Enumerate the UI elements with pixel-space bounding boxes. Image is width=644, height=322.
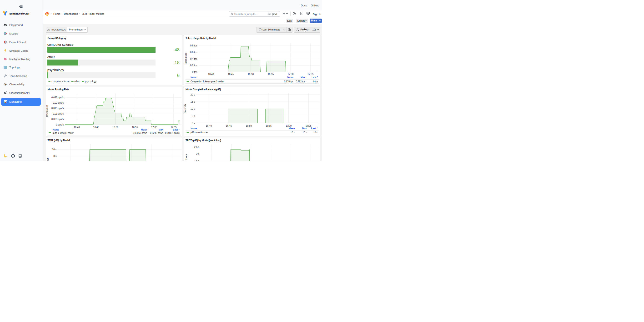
svg-text:16:55: 16:55 xyxy=(132,126,138,128)
svg-text:0.01 ops/s: 0.01 ops/s xyxy=(53,112,64,115)
svg-text:Routes/sec: Routes/sec xyxy=(46,105,48,117)
svg-text:0.005 ops/s: 0.005 ops/s xyxy=(52,118,64,120)
svg-text:17:00: 17:00 xyxy=(286,124,292,127)
svg-text:16:45: 16:45 xyxy=(226,124,232,127)
svg-text:17:05: 17:05 xyxy=(170,126,176,128)
svg-text:Tokens/sec: Tokens/sec xyxy=(184,53,187,65)
svg-text:16:40: 16:40 xyxy=(208,73,214,76)
svg-text:16:45: 16:45 xyxy=(228,73,234,76)
svg-text:17:00: 17:00 xyxy=(151,126,157,128)
svg-text:0.4 tps: 0.4 tps xyxy=(190,58,197,60)
svg-text:10 s: 10 s xyxy=(52,148,57,151)
svg-text:16:55: 16:55 xyxy=(266,124,272,127)
svg-text:16:40: 16:40 xyxy=(74,126,80,128)
svg-text:20 s: 20 s xyxy=(190,93,195,96)
svg-text:1.5 s: 1.5 s xyxy=(194,160,199,161)
svg-text:0 ops/s: 0 ops/s xyxy=(56,123,64,126)
svg-text:Seconds: Seconds xyxy=(184,104,186,113)
svg-text:0.025 ops/s: 0.025 ops/s xyxy=(52,96,64,98)
svg-text:2.5 s: 2.5 s xyxy=(194,146,199,148)
svg-text:16:40: 16:40 xyxy=(206,124,212,127)
svg-text:16:50: 16:50 xyxy=(112,126,118,128)
svg-text:0 tps: 0 tps xyxy=(192,71,197,73)
svg-text:8 s: 8 s xyxy=(53,155,56,158)
svg-text:17:00: 17:00 xyxy=(288,73,294,76)
svg-text:0.8 tps: 0.8 tps xyxy=(190,44,197,47)
svg-text:0.015 ops/s: 0.015 ops/s xyxy=(52,107,64,110)
svg-text:0.02 ops/s: 0.02 ops/s xyxy=(53,102,64,104)
svg-text:Seconds: Seconds xyxy=(46,158,49,161)
svg-text:2 s: 2 s xyxy=(196,153,199,155)
svg-text:15 s: 15 s xyxy=(190,100,195,103)
svg-text:0.2 tps: 0.2 tps xyxy=(190,64,197,67)
svg-text:17:05: 17:05 xyxy=(308,73,314,76)
svg-text:16:50: 16:50 xyxy=(248,73,254,76)
svg-text:16:45: 16:45 xyxy=(93,126,99,128)
svg-text:5 s: 5 s xyxy=(192,114,195,117)
svg-text:16:55: 16:55 xyxy=(268,73,274,76)
svg-text:0 s: 0 s xyxy=(192,122,195,124)
svg-text:17:05: 17:05 xyxy=(305,124,311,127)
svg-text:10 s: 10 s xyxy=(190,108,195,110)
svg-text:16:50: 16:50 xyxy=(246,124,252,127)
svg-text:0.6 tps: 0.6 tps xyxy=(190,51,197,54)
svg-text:Seconds per token: Seconds per token xyxy=(185,154,188,161)
